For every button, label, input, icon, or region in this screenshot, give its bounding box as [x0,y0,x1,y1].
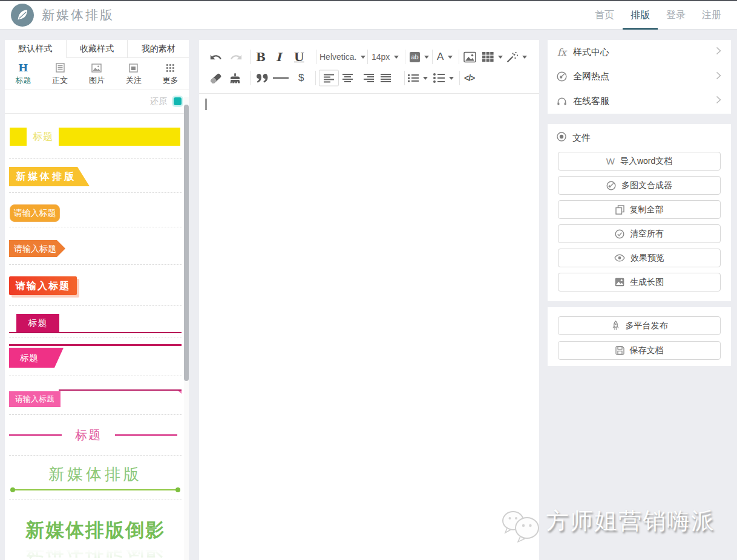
unordered-list-button[interactable] [433,70,454,86]
italic-button[interactable]: I [276,49,281,65]
tab-favorite-styles[interactable]: 收藏样式 [67,40,128,58]
multi-platform-publish-button[interactable]: 多平台发布 [558,316,721,335]
category-tab-heading[interactable]: H 标题 [5,58,42,89]
yellow-bar [59,128,180,146]
highlight-color-button[interactable]: ab [410,49,429,65]
underline-button[interactable]: U [294,49,304,65]
save-document-button[interactable]: 保存文档 [558,341,721,360]
tab-my-materials[interactable]: 我的素材 [128,40,189,58]
template-crimson-block-underline[interactable]: 标题 [9,306,182,337]
chevron-down-icon [424,56,429,59]
highlight-icon: ab [410,52,420,62]
template-green-reflection[interactable]: 新媒体排版倒影 新媒体排版倒影 [9,500,182,560]
toolbar-row-1: B I U Helvetica... 14px ab A [199,48,539,65]
multi-article-composer-button[interactable]: 多图文合成器 [558,176,721,195]
bold-button[interactable]: B [256,49,266,65]
ordered-list-button[interactable] [408,70,428,86]
font-size-select[interactable]: 14px [372,49,399,65]
unordered-list-icon [433,73,445,83]
picture-icon [91,63,102,73]
nav-register[interactable]: 注册 [702,1,721,30]
text-cursor [205,99,207,110]
undo-button[interactable] [209,49,223,65]
style-center-link[interactable]: fx 样式中心 [548,40,731,65]
customer-service-link[interactable]: 在线客服 [548,89,731,114]
template-orange-rounded[interactable]: 请输入标题 [9,193,182,227]
toolbar-separator [459,50,459,64]
hotspot-link[interactable]: 全网热点 [548,65,731,90]
clear-icon [615,229,624,239]
code-view-button[interactable]: </> [464,70,474,86]
restore-label: 还原 [150,96,167,107]
nav-typeset[interactable]: 排版 [631,1,650,30]
template-pink-block-line[interactable]: 请输入标题 [9,376,182,415]
feather-logo-icon [11,4,34,27]
redo-button[interactable] [229,49,243,65]
nav-home[interactable]: 首页 [595,1,614,30]
brand-title: 新媒体排版 [42,7,114,24]
insert-table-button[interactable] [482,49,503,65]
left-panel-scrollbar[interactable] [184,97,189,560]
category-tab-more[interactable]: 更多 [152,58,189,89]
paid-content-button[interactable]: $ [298,70,304,86]
toolbar-separator [367,50,368,64]
font-family-select[interactable]: Helvetica... [319,49,365,65]
pink-line [59,389,182,391]
preview-button[interactable]: 效果预览 [558,249,721,267]
align-justify-button[interactable] [381,70,391,86]
tab-default-styles[interactable]: 默认样式 [5,40,67,58]
template-pink-text-side-lines[interactable]: 标题 [9,415,182,456]
eraser-button[interactable] [209,70,222,86]
align-left-button[interactable] [319,70,339,86]
align-center-button[interactable] [342,70,353,86]
clear-all-button[interactable]: 清空所有 [558,224,721,243]
scrollbar-thumb[interactable] [184,105,189,381]
toolbar-separator [459,71,460,85]
horizontal-rule-button[interactable] [273,70,289,86]
heading-icon: H [18,63,28,73]
copy-all-button[interactable]: 复制全部 [558,200,721,219]
file-card: 文件 W 导入word文档 多图文合成器 复制全部 清空所有 [548,124,731,301]
chevron-down-icon [423,77,428,80]
align-right-button[interactable] [364,70,374,86]
template-pink-ribbon-topline[interactable]: 标题 [9,337,182,376]
font-color-button[interactable]: A [437,49,453,65]
nav-login[interactable]: 登录 [666,1,686,30]
editor-canvas[interactable] [199,94,539,559]
top-edge-strip [0,0,737,1]
editor-panel: B I U Helvetica... 14px ab A [199,40,539,560]
green-line-dots [13,489,178,490]
top-nav: 首页 排版 登录 注册 [578,1,721,30]
insert-image-button[interactable] [463,49,476,65]
align-center-icon [342,74,353,82]
blockquote-button[interactable] [257,70,268,86]
template-orange-arrow[interactable]: 请输入标题 [9,227,182,265]
align-left-icon [324,74,334,82]
body-text-icon [56,63,65,73]
quote-icon [257,74,268,83]
category-tab-body[interactable]: 正文 [42,58,79,89]
template-green-dotted-line[interactable]: 新媒体排版 [9,456,182,500]
follow-icon [129,63,138,73]
category-tab-picture[interactable]: 图片 [79,58,116,89]
restore-row: 还原 [5,90,189,114]
rocket-icon [611,321,620,331]
import-word-button[interactable]: W 导入word文档 [558,152,721,171]
more-grid-icon [166,63,175,73]
header: 新媒体排版 首页 排版 登录 注册 [0,1,737,30]
horizontal-line-icon [273,77,289,79]
generate-long-image-button[interactable]: 生成长图 [558,273,721,291]
format-brush-button[interactable] [230,70,240,86]
magic-wand-button[interactable] [506,49,527,65]
font-color-icon: A [437,51,444,63]
category-tab-follow[interactable]: 关注 [115,58,152,89]
pink-line-tick [178,391,182,394]
restore-checkbox[interactable] [174,97,182,105]
template-red-block[interactable]: 请输入标题 [9,265,182,306]
toolbar-separator [250,71,251,85]
toolbar-separator [405,50,405,64]
template-amber-flag[interactable]: 新媒体排版 [9,159,182,193]
brand[interactable]: 新媒体排版 [11,4,114,27]
watermark-text: 方师姐营销嗨派 [546,506,715,536]
template-yellow-bar[interactable]: 标题 [9,114,182,159]
